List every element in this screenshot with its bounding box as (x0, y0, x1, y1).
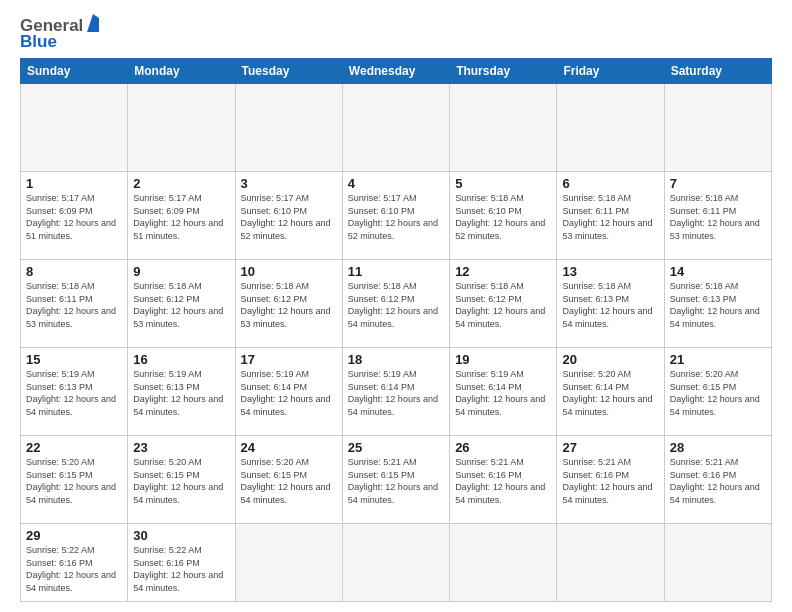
day-info: Sunrise: 5:21 AMSunset: 6:16 PMDaylight:… (562, 456, 658, 506)
table-row: 20Sunrise: 5:20 AMSunset: 6:14 PMDayligh… (557, 348, 664, 436)
table-row: 18Sunrise: 5:19 AMSunset: 6:14 PMDayligh… (342, 348, 449, 436)
table-row (128, 84, 235, 172)
day-number: 29 (26, 528, 122, 543)
calendar-week-row: 15Sunrise: 5:19 AMSunset: 6:13 PMDayligh… (21, 348, 772, 436)
day-info: Sunrise: 5:22 AMSunset: 6:16 PMDaylight:… (26, 544, 122, 594)
day-number: 24 (241, 440, 337, 455)
day-info: Sunrise: 5:18 AMSunset: 6:10 PMDaylight:… (455, 192, 551, 242)
table-row: 10Sunrise: 5:18 AMSunset: 6:12 PMDayligh… (235, 260, 342, 348)
day-number: 25 (348, 440, 444, 455)
table-row: 4Sunrise: 5:17 AMSunset: 6:10 PMDaylight… (342, 172, 449, 260)
day-number: 18 (348, 352, 444, 367)
day-number: 8 (26, 264, 122, 279)
day-number: 12 (455, 264, 551, 279)
table-row: 16Sunrise: 5:19 AMSunset: 6:13 PMDayligh… (128, 348, 235, 436)
day-info: Sunrise: 5:18 AMSunset: 6:13 PMDaylight:… (562, 280, 658, 330)
calendar-week-row: 8Sunrise: 5:18 AMSunset: 6:11 PMDaylight… (21, 260, 772, 348)
table-row: 28Sunrise: 5:21 AMSunset: 6:16 PMDayligh… (664, 436, 771, 524)
table-row: 23Sunrise: 5:20 AMSunset: 6:15 PMDayligh… (128, 436, 235, 524)
day-info: Sunrise: 5:18 AMSunset: 6:12 PMDaylight:… (241, 280, 337, 330)
day-info: Sunrise: 5:21 AMSunset: 6:16 PMDaylight:… (455, 456, 551, 506)
table-row: 24Sunrise: 5:20 AMSunset: 6:15 PMDayligh… (235, 436, 342, 524)
day-info: Sunrise: 5:19 AMSunset: 6:14 PMDaylight:… (348, 368, 444, 418)
day-info: Sunrise: 5:21 AMSunset: 6:16 PMDaylight:… (670, 456, 766, 506)
table-row: 22Sunrise: 5:20 AMSunset: 6:15 PMDayligh… (21, 436, 128, 524)
table-row: 5Sunrise: 5:18 AMSunset: 6:10 PMDaylight… (450, 172, 557, 260)
table-row: 3Sunrise: 5:17 AMSunset: 6:10 PMDaylight… (235, 172, 342, 260)
col-thursday: Thursday (450, 59, 557, 84)
day-number: 10 (241, 264, 337, 279)
logo-icon (85, 14, 101, 34)
col-friday: Friday (557, 59, 664, 84)
day-info: Sunrise: 5:18 AMSunset: 6:13 PMDaylight:… (670, 280, 766, 330)
day-info: Sunrise: 5:20 AMSunset: 6:15 PMDaylight:… (26, 456, 122, 506)
day-number: 14 (670, 264, 766, 279)
day-info: Sunrise: 5:20 AMSunset: 6:15 PMDaylight:… (241, 456, 337, 506)
day-number: 15 (26, 352, 122, 367)
day-info: Sunrise: 5:18 AMSunset: 6:11 PMDaylight:… (670, 192, 766, 242)
table-row: 25Sunrise: 5:21 AMSunset: 6:15 PMDayligh… (342, 436, 449, 524)
day-number: 20 (562, 352, 658, 367)
table-row (235, 84, 342, 172)
day-info: Sunrise: 5:22 AMSunset: 6:16 PMDaylight:… (133, 544, 229, 594)
table-row (664, 84, 771, 172)
day-info: Sunrise: 5:18 AMSunset: 6:12 PMDaylight:… (133, 280, 229, 330)
table-row (450, 524, 557, 602)
table-row: 30Sunrise: 5:22 AMSunset: 6:16 PMDayligh… (128, 524, 235, 602)
table-row: 8Sunrise: 5:18 AMSunset: 6:11 PMDaylight… (21, 260, 128, 348)
day-number: 21 (670, 352, 766, 367)
day-number: 2 (133, 176, 229, 191)
calendar-week-row: 1Sunrise: 5:17 AMSunset: 6:09 PMDaylight… (21, 172, 772, 260)
day-info: Sunrise: 5:17 AMSunset: 6:09 PMDaylight:… (26, 192, 122, 242)
calendar-week-row: 29Sunrise: 5:22 AMSunset: 6:16 PMDayligh… (21, 524, 772, 602)
day-info: Sunrise: 5:18 AMSunset: 6:11 PMDaylight:… (26, 280, 122, 330)
day-number: 17 (241, 352, 337, 367)
day-number: 16 (133, 352, 229, 367)
day-number: 11 (348, 264, 444, 279)
table-row (342, 524, 449, 602)
day-number: 5 (455, 176, 551, 191)
col-tuesday: Tuesday (235, 59, 342, 84)
day-info: Sunrise: 5:18 AMSunset: 6:12 PMDaylight:… (455, 280, 551, 330)
header: General Blue (20, 16, 772, 52)
day-number: 1 (26, 176, 122, 191)
logo: General Blue (20, 16, 101, 52)
table-row (664, 524, 771, 602)
day-info: Sunrise: 5:20 AMSunset: 6:14 PMDaylight:… (562, 368, 658, 418)
table-row (557, 524, 664, 602)
day-info: Sunrise: 5:18 AMSunset: 6:12 PMDaylight:… (348, 280, 444, 330)
table-row (557, 84, 664, 172)
day-number: 6 (562, 176, 658, 191)
col-saturday: Saturday (664, 59, 771, 84)
day-info: Sunrise: 5:20 AMSunset: 6:15 PMDaylight:… (670, 368, 766, 418)
table-row: 7Sunrise: 5:18 AMSunset: 6:11 PMDaylight… (664, 172, 771, 260)
table-row (342, 84, 449, 172)
day-number: 27 (562, 440, 658, 455)
table-row: 11Sunrise: 5:18 AMSunset: 6:12 PMDayligh… (342, 260, 449, 348)
day-number: 19 (455, 352, 551, 367)
table-row: 15Sunrise: 5:19 AMSunset: 6:13 PMDayligh… (21, 348, 128, 436)
calendar-week-row: 22Sunrise: 5:20 AMSunset: 6:15 PMDayligh… (21, 436, 772, 524)
table-row: 17Sunrise: 5:19 AMSunset: 6:14 PMDayligh… (235, 348, 342, 436)
day-number: 28 (670, 440, 766, 455)
day-number: 7 (670, 176, 766, 191)
col-sunday: Sunday (21, 59, 128, 84)
day-info: Sunrise: 5:19 AMSunset: 6:14 PMDaylight:… (455, 368, 551, 418)
calendar-table: Sunday Monday Tuesday Wednesday Thursday… (20, 58, 772, 602)
day-info: Sunrise: 5:21 AMSunset: 6:15 PMDaylight:… (348, 456, 444, 506)
calendar-week-row (21, 84, 772, 172)
table-row: 19Sunrise: 5:19 AMSunset: 6:14 PMDayligh… (450, 348, 557, 436)
day-info: Sunrise: 5:17 AMSunset: 6:10 PMDaylight:… (241, 192, 337, 242)
day-info: Sunrise: 5:19 AMSunset: 6:14 PMDaylight:… (241, 368, 337, 418)
table-row: 21Sunrise: 5:20 AMSunset: 6:15 PMDayligh… (664, 348, 771, 436)
table-row: 2Sunrise: 5:17 AMSunset: 6:09 PMDaylight… (128, 172, 235, 260)
table-row (450, 84, 557, 172)
day-number: 13 (562, 264, 658, 279)
day-info: Sunrise: 5:20 AMSunset: 6:15 PMDaylight:… (133, 456, 229, 506)
day-number: 3 (241, 176, 337, 191)
col-wednesday: Wednesday (342, 59, 449, 84)
table-row: 6Sunrise: 5:18 AMSunset: 6:11 PMDaylight… (557, 172, 664, 260)
svg-marker-0 (87, 14, 99, 32)
day-number: 23 (133, 440, 229, 455)
table-row: 12Sunrise: 5:18 AMSunset: 6:12 PMDayligh… (450, 260, 557, 348)
